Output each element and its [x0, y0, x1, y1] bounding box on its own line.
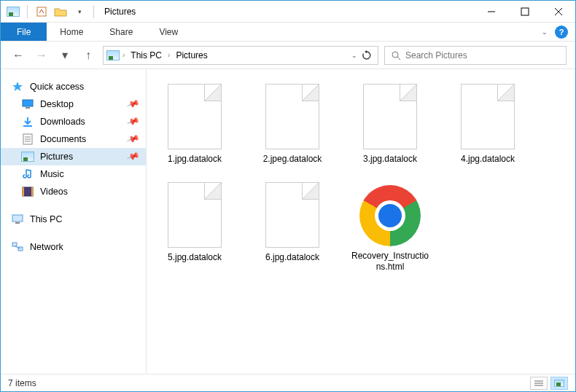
- monitor-icon: [11, 213, 24, 225]
- details-view-button[interactable]: [530, 377, 548, 390]
- pictures-icon: [21, 151, 34, 162]
- sidebar-this-pc[interactable]: This PC: [1, 211, 146, 228]
- file-name: Recovery_Instructions.html: [351, 251, 429, 273]
- sidebar-item-downloads[interactable]: Downloads📌: [1, 113, 146, 130]
- sidebar-item-label: Videos: [40, 187, 68, 197]
- generic-file-icon: [168, 182, 222, 248]
- body: Quick access Desktop📌Downloads📌Documents…: [1, 69, 575, 374]
- breadcrumb-root[interactable]: This PC: [128, 50, 165, 60]
- location-icon: [106, 50, 120, 61]
- file-name: 4.jpg.datalock: [461, 154, 515, 165]
- pin-icon: 📌: [126, 132, 141, 146]
- thumbnails-view-button[interactable]: [550, 377, 568, 390]
- pin-icon: 📌: [126, 114, 141, 128]
- file-tab[interactable]: File: [1, 23, 47, 41]
- help-icon[interactable]: ?: [555, 26, 568, 39]
- sidebar-item-label: This PC: [30, 214, 62, 224]
- chrome-icon: [359, 185, 421, 246]
- generic-file-icon: [265, 84, 319, 149]
- refresh-icon[interactable]: [362, 50, 372, 60]
- chevron-right-icon[interactable]: ›: [166, 51, 171, 59]
- separator: [93, 5, 94, 18]
- svg-line-6: [397, 57, 400, 60]
- sidebar-item-label: Network: [30, 242, 63, 252]
- ribbon-expand-icon[interactable]: ⌄: [542, 28, 548, 36]
- maximize-button[interactable]: [508, 1, 542, 23]
- file-name: 3.jpg.datalock: [363, 154, 417, 165]
- window-controls: [475, 1, 575, 23]
- item-count: 7 items: [8, 378, 36, 388]
- music-icon: [21, 168, 34, 180]
- file-item[interactable]: Recovery_Instructions.html: [351, 182, 429, 273]
- file-pane[interactable]: 1.jpg.datalock2.jpeg.datalock3.jpg.datal…: [147, 69, 575, 374]
- navigation-bar: ← → ▾ ↑ › This PC › Pictures ⌄: [1, 42, 575, 69]
- window-title: Pictures: [104, 7, 136, 17]
- title-bar: ▾ Pictures: [1, 1, 575, 23]
- folder-qat-icon[interactable]: [52, 4, 69, 20]
- sidebar-item-label: Desktop: [40, 99, 74, 109]
- generic-file-icon: [265, 182, 319, 248]
- sidebar-quick-access[interactable]: Quick access: [1, 78, 146, 95]
- generic-file-icon: [461, 84, 515, 149]
- svg-rect-18: [15, 222, 20, 224]
- downloads-icon: [21, 116, 34, 128]
- separator: [27, 5, 28, 18]
- file-item[interactable]: 5.jpg.datalock: [155, 182, 234, 273]
- sidebar-item-label: Pictures: [40, 152, 73, 162]
- star-icon: [11, 81, 24, 93]
- documents-icon: [21, 133, 34, 145]
- file-item[interactable]: 1.jpg.datalock: [155, 84, 234, 165]
- view-tab[interactable]: View: [146, 23, 191, 41]
- file-name: 6.jpg.datalock: [265, 252, 319, 263]
- sidebar-item-music[interactable]: Music: [1, 165, 146, 183]
- svg-rect-19: [12, 243, 17, 246]
- svg-rect-2: [521, 8, 529, 15]
- svg-rect-14: [23, 187, 33, 196]
- sidebar-network[interactable]: Network: [1, 238, 146, 256]
- file-item[interactable]: 4.jpg.datalock: [448, 84, 527, 165]
- home-tab[interactable]: Home: [47, 23, 96, 41]
- qat-dropdown-icon[interactable]: ▾: [71, 4, 87, 20]
- sidebar-item-desktop[interactable]: Desktop📌: [1, 95, 146, 113]
- file-item[interactable]: 2.jpeg.datalock: [253, 84, 332, 165]
- sidebar-item-label: Music: [40, 169, 64, 179]
- address-bar[interactable]: › This PC › Pictures ⌄: [103, 46, 378, 65]
- sidebar-item-documents[interactable]: Documents📌: [1, 130, 146, 148]
- pin-icon: 📌: [126, 149, 141, 163]
- breadcrumb-current[interactable]: Pictures: [173, 50, 210, 60]
- svg-rect-17: [12, 215, 23, 222]
- minimize-button[interactable]: [475, 1, 508, 23]
- generic-file-icon: [168, 84, 222, 149]
- file-grid: 1.jpg.datalock2.jpeg.datalock3.jpg.datal…: [155, 84, 567, 273]
- history-dropdown-icon[interactable]: ▾: [56, 47, 74, 64]
- file-name: 5.jpg.datalock: [168, 252, 222, 263]
- videos-icon: [21, 186, 34, 197]
- address-dropdown-icon[interactable]: ⌄: [351, 52, 357, 59]
- svg-rect-8: [26, 107, 30, 109]
- sidebar-item-videos[interactable]: Videos: [1, 183, 146, 200]
- file-name: 2.jpeg.datalock: [263, 154, 322, 165]
- svg-rect-16: [31, 187, 33, 196]
- file-item[interactable]: 6.jpg.datalock: [253, 182, 332, 273]
- sidebar-item-label: Documents: [40, 134, 86, 144]
- ribbon: File Home Share View ⌄ ?: [1, 23, 575, 42]
- app-icon: [5, 4, 21, 20]
- file-name: 1.jpg.datalock: [168, 154, 222, 165]
- search-box[interactable]: [384, 46, 567, 65]
- up-button[interactable]: ↑: [79, 47, 97, 64]
- file-item[interactable]: 3.jpg.datalock: [351, 84, 429, 165]
- chevron-right-icon[interactable]: ›: [121, 51, 126, 59]
- sidebar-item-pictures[interactable]: Pictures📌: [1, 148, 146, 165]
- properties-icon[interactable]: [34, 4, 50, 20]
- back-button[interactable]: ←: [9, 47, 27, 64]
- sidebar-item-label: Quick access: [30, 82, 84, 92]
- search-input[interactable]: [405, 50, 560, 60]
- network-icon: [11, 241, 24, 253]
- pin-icon: 📌: [126, 97, 141, 111]
- desktop-icon: [21, 98, 34, 110]
- search-icon: [391, 50, 401, 60]
- close-button[interactable]: [542, 1, 575, 23]
- svg-point-5: [392, 52, 398, 58]
- share-tab[interactable]: Share: [96, 23, 146, 41]
- forward-button[interactable]: →: [33, 47, 50, 64]
